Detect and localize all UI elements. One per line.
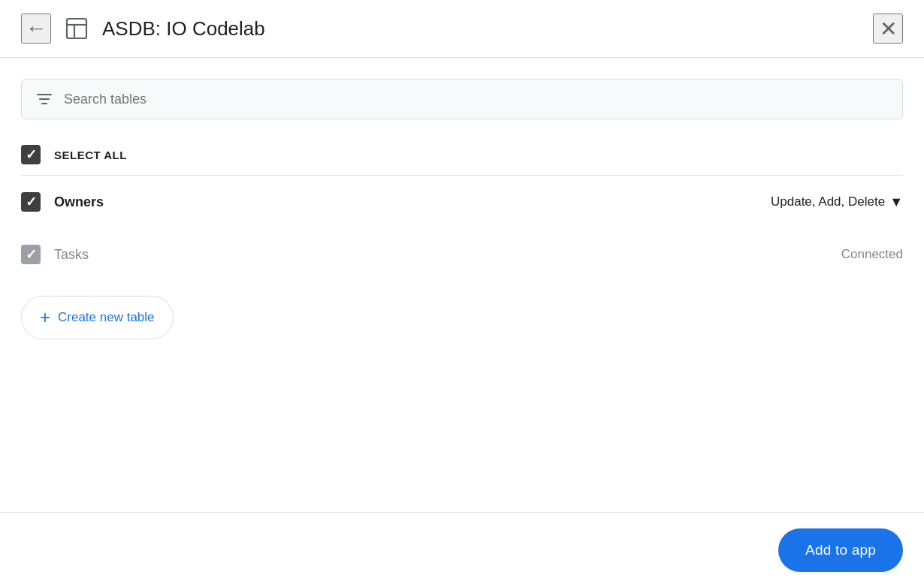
search-box (21, 79, 903, 119)
owners-action[interactable]: Update, Add, Delete ▼ (771, 194, 903, 210)
select-all-row: ✓ SELECT ALL (0, 134, 924, 175)
plus-icon: + (40, 307, 50, 328)
header: ← ASDB: IO Codelab ✕ (0, 0, 924, 58)
select-all-label: SELECT ALL (54, 149, 127, 161)
table-icon (65, 17, 89, 41)
filter-icon (35, 90, 53, 108)
search-container (0, 58, 924, 134)
svg-rect-0 (67, 19, 86, 38)
back-button[interactable]: ← (21, 14, 51, 44)
add-to-app-button[interactable]: Add to app (778, 528, 903, 572)
close-button[interactable]: ✕ (873, 14, 903, 44)
table-row: ✓ Tasks Connected (0, 228, 924, 281)
table-row: ✓ Owners Update, Add, Delete ▼ (0, 176, 924, 228)
owners-dropdown-arrow-icon: ▼ (889, 194, 903, 210)
footer: Add to app (0, 512, 924, 587)
owners-action-label: Update, Add, Delete (771, 194, 885, 209)
search-input[interactable] (64, 92, 889, 107)
tasks-action-label: Connected (841, 247, 903, 262)
owners-table-name: Owners (54, 194, 757, 210)
select-all-checkbox[interactable]: ✓ (21, 145, 41, 164)
owners-checkbox[interactable]: ✓ (21, 192, 41, 212)
tasks-table-name: Tasks (54, 247, 828, 263)
page-title: ASDB: IO Codelab (102, 17, 265, 41)
owners-checkbox-check-icon: ✓ (26, 195, 37, 209)
checkbox-check-icon: ✓ (26, 148, 37, 161)
header-left: ← ASDB: IO Codelab (21, 14, 873, 44)
tasks-action: Connected (841, 247, 903, 262)
create-new-table-label: Create new table (58, 310, 155, 325)
tasks-checkbox[interactable]: ✓ (21, 245, 41, 264)
tasks-checkbox-check-icon: ✓ (26, 248, 37, 261)
create-new-table-button[interactable]: + Create new table (21, 296, 174, 339)
